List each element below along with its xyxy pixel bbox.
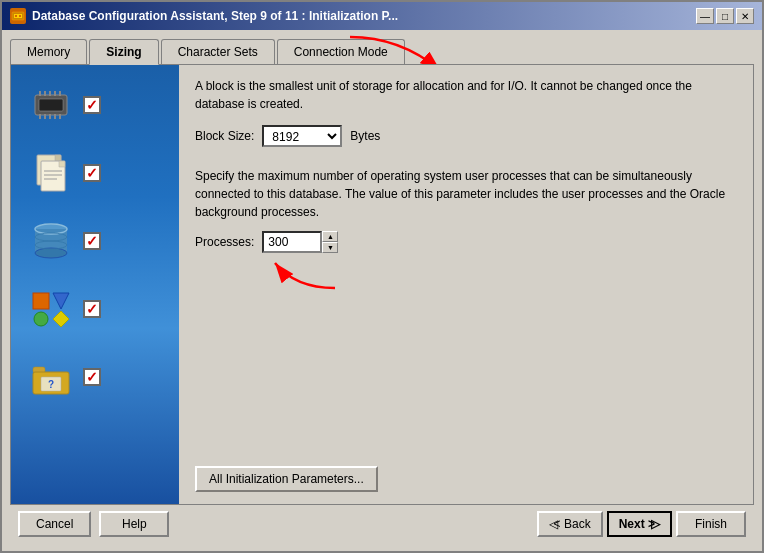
svg-rect-8 bbox=[49, 91, 51, 96]
block-size-select[interactable]: 2048 4096 8192 16384 32768 bbox=[262, 125, 342, 147]
left-buttons: Cancel Help bbox=[18, 511, 169, 537]
block-size-description: A block is the smallest unit of storage … bbox=[195, 77, 737, 113]
chip-icon bbox=[27, 85, 75, 125]
sidebar-item-documents: ✓ bbox=[19, 149, 171, 197]
sidebar: ✓ bbox=[11, 65, 179, 504]
window-title: Database Configuration Assistant, Step 9… bbox=[32, 9, 696, 23]
sidebar-item-shapes: ✓ bbox=[19, 285, 171, 333]
sidebar-item-memory: ✓ bbox=[19, 81, 171, 129]
sidebar-checkbox-4: ✓ bbox=[83, 300, 101, 318]
processes-row: Processes: ▲ ▼ bbox=[195, 231, 737, 253]
processes-section: Specify the maximum number of operating … bbox=[195, 167, 737, 253]
finish-button[interactable]: Finish bbox=[676, 511, 746, 537]
svg-marker-32 bbox=[53, 311, 69, 327]
main-panel: ✓ bbox=[10, 64, 754, 505]
svg-point-3 bbox=[19, 15, 21, 17]
window-controls: — □ ✕ bbox=[696, 8, 754, 24]
button-row: Cancel Help ◁ < Back Next > ▷ Finish bbox=[10, 505, 754, 543]
svg-rect-29 bbox=[33, 293, 49, 309]
svg-rect-7 bbox=[44, 91, 46, 96]
svg-rect-5 bbox=[39, 99, 63, 111]
back-button[interactable]: ◁ < Back bbox=[537, 511, 603, 537]
content-area: A block is the smallest unit of storage … bbox=[179, 65, 753, 504]
svg-rect-10 bbox=[59, 91, 61, 96]
cancel-button[interactable]: Cancel bbox=[18, 511, 91, 537]
svg-marker-17 bbox=[55, 155, 61, 161]
sidebar-checkbox-5: ✓ bbox=[83, 368, 101, 386]
next-button[interactable]: Next > ▷ bbox=[607, 511, 672, 537]
maximize-button[interactable]: □ bbox=[716, 8, 734, 24]
tab-sizing[interactable]: Sizing bbox=[89, 39, 158, 65]
svg-rect-6 bbox=[39, 91, 41, 96]
svg-rect-13 bbox=[49, 114, 51, 119]
window-body: Memory Sizing Character Sets Connection … bbox=[2, 30, 762, 551]
svg-text:?: ? bbox=[48, 379, 54, 390]
spinner-buttons: ▲ ▼ bbox=[322, 231, 338, 253]
svg-rect-15 bbox=[59, 114, 61, 119]
spinner-down-button[interactable]: ▼ bbox=[322, 242, 338, 253]
svg-marker-30 bbox=[53, 293, 69, 309]
svg-marker-19 bbox=[59, 161, 65, 167]
sidebar-checkbox-2: ✓ bbox=[83, 164, 101, 182]
document-icon bbox=[27, 153, 75, 193]
init-params-section: All Initialization Parameters... bbox=[195, 446, 737, 492]
block-size-label: Block Size: bbox=[195, 129, 254, 143]
database-icon bbox=[27, 221, 75, 261]
svg-point-25 bbox=[35, 248, 67, 258]
folder-icon: ? bbox=[27, 357, 75, 397]
block-size-row: Block Size: 2048 4096 8192 16384 32768 B… bbox=[195, 125, 737, 147]
sidebar-item-database: ✓ bbox=[19, 217, 171, 265]
app-icon bbox=[10, 8, 26, 24]
block-size-unit: Bytes bbox=[350, 129, 380, 143]
init-params-button[interactable]: All Initialization Parameters... bbox=[195, 466, 378, 492]
tab-character-sets[interactable]: Character Sets bbox=[161, 39, 275, 65]
help-button[interactable]: Help bbox=[99, 511, 169, 537]
spinner-up-button[interactable]: ▲ bbox=[322, 231, 338, 242]
svg-rect-11 bbox=[39, 114, 41, 119]
sidebar-item-folder: ? ✓ bbox=[19, 353, 171, 401]
svg-rect-12 bbox=[44, 114, 46, 119]
right-buttons: ◁ < Back Next > ▷ Finish bbox=[537, 511, 746, 537]
tab-connection-mode[interactable]: Connection Mode bbox=[277, 39, 405, 65]
svg-point-31 bbox=[34, 312, 48, 326]
tab-bar: Memory Sizing Character Sets Connection … bbox=[10, 38, 754, 64]
processes-description: Specify the maximum number of operating … bbox=[195, 167, 737, 221]
processes-label: Processes: bbox=[195, 235, 254, 249]
tab-memory[interactable]: Memory bbox=[10, 39, 87, 65]
sidebar-checkbox-1: ✓ bbox=[83, 96, 101, 114]
svg-rect-14 bbox=[54, 114, 56, 119]
shapes-icon bbox=[27, 289, 75, 329]
main-window: Database Configuration Assistant, Step 9… bbox=[0, 0, 764, 553]
svg-point-2 bbox=[15, 15, 17, 17]
title-bar: Database Configuration Assistant, Step 9… bbox=[2, 2, 762, 30]
processes-input[interactable] bbox=[262, 231, 322, 253]
close-button[interactable]: ✕ bbox=[736, 8, 754, 24]
processes-spinner: ▲ ▼ bbox=[262, 231, 338, 253]
sidebar-checkbox-3: ✓ bbox=[83, 232, 101, 250]
next-chevron-icon: ▷ bbox=[651, 517, 660, 531]
minimize-button[interactable]: — bbox=[696, 8, 714, 24]
arrow-annotation bbox=[265, 253, 345, 293]
svg-rect-9 bbox=[54, 91, 56, 96]
